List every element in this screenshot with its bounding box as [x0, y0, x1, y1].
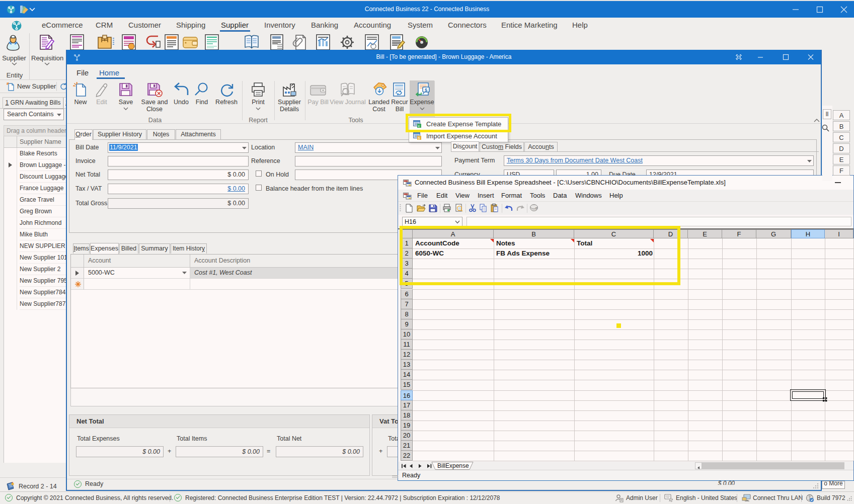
svg-text:?: ?: [535, 206, 538, 211]
svg-text:$: $: [424, 88, 427, 93]
svg-text:$: $: [418, 136, 420, 140]
